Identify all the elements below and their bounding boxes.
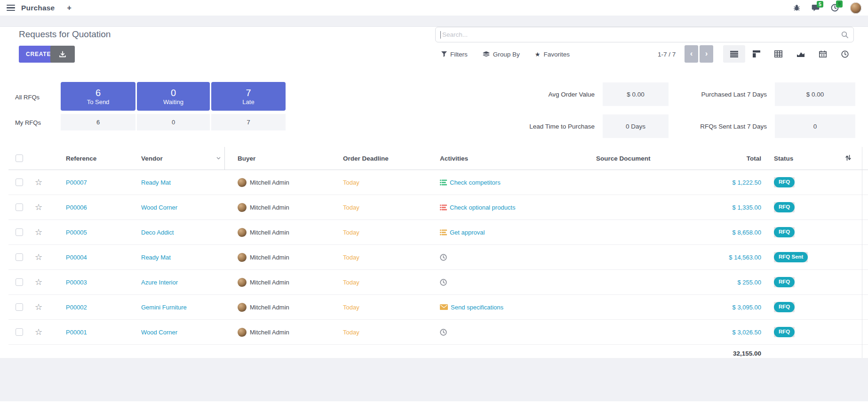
row-checkbox[interactable]	[16, 253, 23, 261]
favorite-star-icon[interactable]: ☆	[35, 253, 42, 261]
export-button[interactable]	[50, 46, 75, 63]
buyer-cell[interactable]: Mitchell Admin	[225, 253, 331, 262]
favorite-star-icon[interactable]: ☆	[35, 203, 42, 211]
table-row[interactable]: ☆ P00003 Azure Interior Mitchell Admin T…	[8, 270, 868, 295]
row-checkbox[interactable]	[16, 228, 23, 236]
header-buyer[interactable]: Buyer	[225, 155, 331, 162]
row-checkbox[interactable]	[16, 303, 23, 311]
header-vendor[interactable]: Vendor	[129, 147, 225, 170]
order-deadline-cell[interactable]: Today	[331, 229, 428, 236]
dashboard-clock-view-button[interactable]	[834, 45, 856, 63]
optional-columns-icon[interactable]	[845, 154, 852, 161]
table-row[interactable]: ☆ P00007 Ready Mat Mitchell Admin Today …	[8, 170, 868, 195]
favorites-label: Favorites	[543, 51, 570, 58]
header-reference[interactable]: Reference	[54, 155, 129, 162]
pager-next-button[interactable]: ›	[700, 45, 713, 63]
my-waiting-cell[interactable]: 0	[137, 114, 210, 130]
reference-link[interactable]: P00006	[54, 204, 129, 211]
vendor-link[interactable]: Deco Addict	[129, 229, 225, 236]
my-to-send-cell[interactable]: 6	[61, 114, 135, 130]
new-tab-button[interactable]: +	[67, 4, 71, 12]
messages-icon[interactable]: 5	[812, 4, 820, 12]
app-name[interactable]: Purchase	[21, 4, 55, 12]
kanban-view-button[interactable]	[745, 45, 767, 63]
search-icon[interactable]	[841, 31, 849, 39]
rfqs-sent-label: RFQs Sent Last 7 Days	[649, 114, 767, 138]
kpi-card-waiting[interactable]: 0 Waiting	[137, 82, 210, 111]
table-row[interactable]: ☆ P00005 Deco Addict Mitchell Admin Toda…	[8, 220, 868, 245]
activity-cell[interactable]	[428, 254, 584, 261]
table-row[interactable]: ☆ P00002 Gemini Furniture Mitchell Admin…	[8, 295, 868, 320]
buyer-avatar	[238, 253, 247, 262]
activity-cell[interactable]: Check optional products	[428, 204, 584, 211]
buyer-cell[interactable]: Mitchell Admin	[225, 278, 331, 287]
search-box[interactable]	[435, 27, 854, 42]
row-checkbox[interactable]	[16, 179, 23, 186]
graph-view-button[interactable]	[789, 45, 812, 63]
favorite-star-icon[interactable]: ☆	[35, 328, 42, 336]
buyer-cell[interactable]: Mitchell Admin	[225, 178, 331, 187]
calendar-view-button[interactable]	[812, 45, 834, 63]
favorite-star-icon[interactable]: ☆	[35, 303, 42, 311]
select-all-checkbox[interactable]	[16, 154, 23, 162]
header-total[interactable]: Total	[688, 155, 761, 162]
pager-previous-button[interactable]: ‹	[685, 45, 698, 63]
activity-cell[interactable]: Send specifications	[428, 304, 584, 311]
table-row[interactable]: ☆ P00004 Ready Mat Mitchell Admin Today …	[8, 245, 868, 270]
order-deadline-cell[interactable]: Today	[331, 179, 428, 186]
activity-cell[interactable]: Get approval	[428, 229, 584, 236]
buyer-cell[interactable]: Mitchell Admin	[225, 203, 331, 212]
vendor-link[interactable]: Wood Corner	[129, 329, 225, 336]
favorite-star-icon[interactable]: ☆	[35, 278, 42, 286]
table-row[interactable]: ☆ P00006 Wood Corner Mitchell Admin Toda…	[8, 195, 868, 220]
header-source-document[interactable]: Source Document	[584, 155, 688, 162]
vendor-link[interactable]: Gemini Furniture	[129, 304, 225, 311]
buyer-cell[interactable]: Mitchell Admin	[225, 303, 331, 312]
buyer-name: Mitchell Admin	[250, 329, 289, 336]
activities-clock-icon[interactable]: 9	[831, 4, 839, 12]
reference-link[interactable]: P00002	[54, 304, 129, 311]
header-activities[interactable]: Activities	[428, 155, 584, 162]
search-input[interactable]	[441, 31, 841, 39]
filters-button[interactable]: Filters	[441, 51, 468, 58]
row-checkbox[interactable]	[16, 278, 23, 286]
order-deadline-cell[interactable]: Today	[331, 254, 428, 261]
hamburger-menu-icon[interactable]	[7, 5, 15, 11]
debug-bug-icon[interactable]	[793, 4, 800, 11]
reference-link[interactable]: P00007	[54, 179, 129, 186]
activity-cell[interactable]	[428, 279, 584, 286]
vendor-link[interactable]: Ready Mat	[129, 254, 225, 261]
vendor-link[interactable]: Wood Corner	[129, 204, 225, 211]
favorite-star-icon[interactable]: ☆	[35, 178, 42, 187]
reference-link[interactable]: P00004	[54, 254, 129, 261]
my-late-cell[interactable]: 7	[211, 114, 286, 130]
list-view-button[interactable]	[723, 45, 745, 63]
kpi-card-late[interactable]: 7 Late	[211, 82, 286, 111]
row-checkbox[interactable]	[16, 203, 23, 211]
pivot-view-button[interactable]	[767, 45, 789, 63]
group-by-button[interactable]: Group By	[483, 51, 520, 58]
activity-cell[interactable]	[428, 329, 584, 336]
buyer-cell[interactable]: Mitchell Admin	[225, 228, 331, 237]
reference-link[interactable]: P00001	[54, 329, 129, 336]
header-status[interactable]: Status	[761, 155, 834, 162]
vendor-link[interactable]: Azure Interior	[129, 279, 225, 286]
order-deadline-cell[interactable]: Today	[331, 279, 428, 286]
reference-link[interactable]: P00005	[54, 229, 129, 236]
purchased-last-7-days-value[interactable]: $ 0.00	[775, 82, 855, 106]
vendor-link[interactable]: Ready Mat	[129, 179, 225, 186]
reference-link[interactable]: P00003	[54, 279, 129, 286]
table-row[interactable]: ☆ P00001 Wood Corner Mitchell Admin Toda…	[8, 320, 868, 345]
kpi-card-to-send[interactable]: 6 To Send	[61, 82, 135, 111]
order-deadline-cell[interactable]: Today	[331, 329, 428, 336]
activity-cell[interactable]: Check competitors	[428, 179, 584, 186]
rfqs-sent-value[interactable]: 0	[775, 114, 855, 138]
buyer-cell[interactable]: Mitchell Admin	[225, 328, 331, 337]
favorites-button[interactable]: ★ Favorites	[535, 51, 570, 58]
favorite-star-icon[interactable]: ☆	[35, 228, 42, 236]
header-order-deadline[interactable]: Order Deadline	[331, 155, 428, 162]
order-deadline-cell[interactable]: Today	[331, 204, 428, 211]
row-checkbox[interactable]	[16, 328, 23, 336]
user-avatar[interactable]	[850, 2, 861, 14]
order-deadline-cell[interactable]: Today	[331, 304, 428, 311]
